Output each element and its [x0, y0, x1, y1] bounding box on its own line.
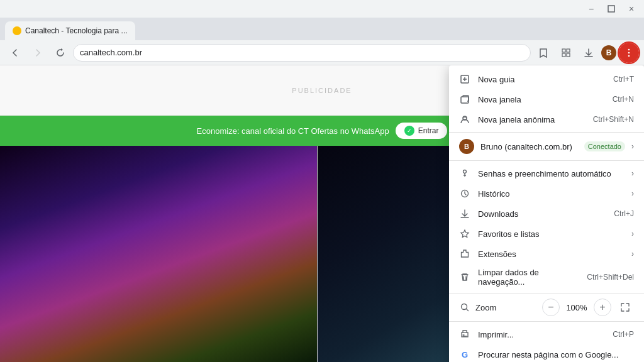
menu-item-nova-janela-anonima[interactable]: Nova janela anônima Ctrl+Shift+N: [449, 109, 644, 129]
divider-1: [449, 132, 644, 133]
limpar-label: Limpar dados de navegação...: [478, 268, 579, 287]
toolbar: canaltech.com.br B: [0, 40, 644, 65]
profile-name: Bruno (canaltech.com.br): [480, 142, 578, 151]
extensions-icon: [561, 48, 571, 58]
article-image-1: [0, 146, 317, 362]
svg-point-6: [628, 52, 630, 53]
svg-rect-4: [567, 53, 570, 57]
divider-2: [449, 160, 644, 161]
svg-rect-0: [608, 6, 614, 12]
favoritos-label: Favoritos e listas: [478, 229, 624, 239]
reload-button[interactable]: [50, 43, 70, 63]
svg-point-14: [464, 170, 467, 173]
menu-item-nova-janela[interactable]: Nova janela Ctrl+N: [449, 89, 644, 109]
download-button[interactable]: [579, 43, 599, 63]
nova-guia-label: Nova guia: [478, 75, 606, 84]
bookmark-icon: [538, 48, 548, 58]
nova-janela-shortcut: Ctrl+N: [613, 95, 634, 104]
downloads-shortcut: Ctrl+J: [614, 209, 634, 218]
favoritos-arrow: ›: [631, 229, 634, 238]
favorites-icon: [459, 228, 470, 239]
page-content: PUBLICIDADE Economize: canal oficial do …: [0, 65, 644, 362]
menu-item-nova-guia[interactable]: Nova guia Ctrl+T: [449, 69, 644, 89]
forward-button[interactable]: [28, 43, 48, 63]
zoom-row: Zoom − 100% +: [449, 296, 644, 319]
menu-item-favoritos[interactable]: Favoritos e listas ›: [449, 224, 644, 244]
fullscreen-icon: [621, 303, 630, 312]
historico-label: Histórico: [478, 189, 624, 199]
svg-rect-11: [461, 97, 469, 103]
extensions-menu-icon: [459, 248, 470, 260]
menu-item-profile[interactable]: B Bruno (canaltech.com.br) Conectado ›: [449, 135, 644, 158]
svg-rect-3: [562, 53, 565, 57]
print-icon: [459, 329, 470, 340]
zoom-in-button[interactable]: +: [594, 299, 611, 316]
clear-icon: [459, 272, 470, 283]
imprimir-shortcut: Ctrl+P: [613, 330, 634, 339]
promo-text: Economize: canal oficial do CT Ofertas n…: [197, 126, 389, 136]
back-button[interactable]: [5, 43, 25, 63]
chrome-menu: Nova guia Ctrl+T Nova janela Ctrl+N Nova…: [449, 65, 644, 362]
minimize-button[interactable]: −: [581, 0, 601, 19]
historico-arrow: ›: [631, 189, 634, 198]
profile-arrow: ›: [631, 142, 634, 151]
nova-janela-label: Nova janela: [478, 95, 605, 104]
zoom-out-button[interactable]: −: [542, 299, 560, 316]
svg-rect-2: [567, 49, 570, 52]
procurar-label: Procurar nesta página com o Google...: [478, 350, 634, 359]
senhas-label: Senhas e preenchimento automático: [478, 169, 624, 178]
bookmark-button[interactable]: [533, 43, 553, 63]
promo-btn-label: Entrar: [418, 126, 439, 135]
tab-bar: Canaltech - Tecnologia para ...: [0, 18, 644, 40]
zoom-label: Zoom: [475, 303, 537, 312]
svg-rect-13: [463, 117, 467, 118]
account-button[interactable]: B: [601, 45, 616, 60]
svg-point-5: [628, 48, 630, 50]
menu-item-procurar[interactable]: G Procurar nesta página com o Google...: [449, 344, 644, 362]
password-icon: [459, 168, 470, 179]
close-button[interactable]: ×: [621, 0, 641, 19]
limpar-shortcut: Ctrl+Shift+Del: [587, 273, 634, 282]
divider-3: [449, 293, 644, 293]
zoom-icon: [459, 302, 470, 313]
ad-label: PUBLICIDADE: [292, 87, 352, 94]
profile-avatar: B: [459, 139, 474, 154]
history-icon: [459, 188, 470, 199]
tab-favicon: [13, 26, 21, 35]
download-icon: [584, 48, 594, 58]
downloads-icon: [459, 208, 470, 219]
restore-button[interactable]: [601, 0, 621, 19]
promo-button[interactable]: ✓ Entrar: [396, 123, 448, 139]
downloads-label: Downloads: [478, 209, 606, 219]
menu-item-historico[interactable]: Histórico ›: [449, 184, 644, 204]
forward-icon: [33, 48, 43, 58]
extensoes-label: Extensões: [478, 250, 624, 259]
menu-item-downloads[interactable]: Downloads Ctrl+J: [449, 204, 644, 224]
new-window-icon: [459, 94, 470, 105]
address-bar[interactable]: canaltech.com.br: [73, 44, 531, 62]
connected-badge: Conectado: [584, 141, 625, 151]
title-bar: − ×: [0, 0, 644, 18]
account-initial: B: [606, 48, 612, 57]
nova-janela-anonima-label: Nova janela anônima: [478, 115, 586, 124]
svg-rect-1: [562, 49, 565, 52]
zoom-fullscreen-button[interactable]: [616, 299, 634, 316]
active-tab[interactable]: Canaltech - Tecnologia para ...: [5, 21, 135, 40]
more-icon: [624, 48, 634, 58]
menu-item-imprimir[interactable]: Imprimir... Ctrl+P: [449, 324, 644, 344]
extensoes-arrow: ›: [631, 250, 634, 258]
menu-item-senhas[interactable]: Senhas e preenchimento automático ›: [449, 163, 644, 184]
svg-point-7: [628, 55, 630, 57]
new-tab-icon: [459, 74, 470, 85]
zoom-value: 100%: [565, 303, 589, 312]
menu-item-limpar[interactable]: Limpar dados de navegação... Ctrl+Shift+…: [449, 264, 644, 290]
menu-item-extensoes[interactable]: Extensões ›: [449, 244, 644, 264]
google-icon: G: [459, 349, 470, 360]
extensions-button[interactable]: [556, 43, 576, 63]
restore-icon: [608, 5, 615, 13]
incognito-icon: [459, 114, 470, 125]
senhas-arrow: ›: [631, 169, 634, 178]
url-text: canaltech.com.br: [80, 48, 142, 57]
menu-button[interactable]: [619, 43, 639, 63]
divider-4: [449, 321, 644, 322]
